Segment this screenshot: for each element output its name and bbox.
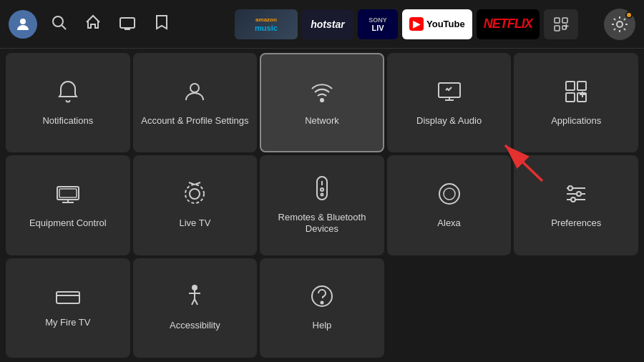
applications-label: Applications — [551, 115, 601, 127]
grid-item-alexa[interactable]: Alexa — [387, 155, 512, 255]
svg-rect-7 — [562, 18, 567, 23]
notifications-label: Notifications — [42, 115, 93, 127]
svg-point-37 — [444, 188, 455, 200]
grid-item-network[interactable]: Network — [260, 53, 384, 152]
grid-item-equipment[interactable]: Equipment Control — [6, 155, 130, 255]
svg-rect-6 — [555, 18, 560, 23]
app-netflix[interactable]: NETFLIX — [477, 9, 540, 39]
app-amazon-music[interactable]: amazon music — [235, 9, 298, 39]
search-icon[interactable] — [46, 9, 72, 39]
grid-item-myfiretv[interactable]: My Fire TV — [6, 258, 130, 358]
svg-point-35 — [321, 193, 323, 195]
svg-line-30 — [189, 182, 195, 185]
svg-point-28 — [190, 189, 200, 199]
alexa-label: Alexa — [437, 217, 461, 230]
svg-point-1 — [53, 16, 63, 26]
svg-rect-20 — [566, 93, 575, 102]
sony-label: SONY — [369, 16, 387, 24]
hotstar-label: hotstar — [311, 19, 344, 30]
remotes-label: Remotes & Bluetooth Devices — [267, 212, 377, 236]
account-label: Account & Profile Settings — [141, 115, 248, 127]
app-hotstar[interactable]: hotstar — [302, 9, 353, 39]
grid-item-accessibility[interactable]: Accessibility — [133, 258, 258, 358]
myfiretv-label: My Fire TV — [45, 317, 90, 329]
account-icon — [182, 79, 208, 108]
svg-point-0 — [20, 19, 26, 24]
youtube-label: YouTube — [426, 19, 465, 29]
app-more[interactable] — [544, 9, 578, 39]
svg-rect-8 — [555, 26, 560, 31]
amazon-label: amazon — [255, 16, 277, 23]
youtube-play-icon: ▶ — [409, 17, 424, 31]
settings-area — [604, 9, 635, 40]
svg-point-36 — [439, 184, 459, 204]
avatar[interactable] — [9, 10, 37, 39]
bookmark-icon[interactable] — [149, 9, 175, 39]
help-label: Help — [313, 320, 332, 332]
accessibility-icon — [182, 283, 208, 313]
wifi-icon — [309, 79, 335, 108]
equipment-icon — [55, 181, 81, 210]
svg-rect-18 — [566, 82, 575, 90]
network-label: Network — [305, 115, 339, 127]
app-row: amazon music hotstar SONY LIV ▶ YouTube … — [235, 9, 601, 39]
grid-item-preferences[interactable]: Preferences — [514, 155, 638, 255]
home-icon[interactable] — [80, 9, 106, 39]
svg-point-12 — [617, 21, 623, 27]
svg-point-46 — [192, 285, 197, 290]
applications-icon — [563, 79, 589, 108]
nav-left — [9, 9, 175, 39]
app-sonyliv[interactable]: SONY LIV — [358, 9, 398, 39]
grid-item-remotes[interactable]: Remotes & Bluetooth Devices — [260, 155, 384, 255]
svg-point-13 — [190, 84, 199, 92]
main-content: Notifications Account & Profile Settings — [0, 49, 644, 362]
grid-item-account[interactable]: Account & Profile Settings — [133, 53, 258, 152]
svg-point-49 — [321, 302, 323, 304]
alexa-icon — [436, 181, 462, 210]
svg-line-31 — [195, 182, 200, 185]
settings-button[interactable] — [604, 9, 635, 40]
preferences-icon — [563, 181, 589, 210]
svg-rect-25 — [59, 189, 77, 197]
svg-rect-3 — [120, 18, 135, 28]
netflix-label: NETFLIX — [484, 16, 532, 31]
svg-point-34 — [321, 188, 323, 191]
app-youtube[interactable]: ▶ YouTube — [402, 9, 472, 39]
grid-item-display[interactable]: Display & Audio — [387, 53, 512, 152]
settings-notification-dot — [625, 11, 633, 19]
equipment-label: Equipment Control — [29, 217, 107, 230]
svg-point-42 — [577, 192, 581, 196]
svg-rect-44 — [57, 292, 79, 303]
display-icon — [436, 79, 462, 108]
preferences-label: Preferences — [551, 217, 601, 230]
music-label: music — [255, 24, 278, 32]
help-icon — [309, 283, 335, 313]
bell-icon — [55, 79, 81, 108]
svg-point-29 — [185, 185, 204, 203]
svg-point-41 — [568, 186, 572, 190]
livetv-label: Live TV — [179, 217, 210, 230]
grid-item-livetv[interactable]: Live TV — [133, 155, 258, 255]
svg-rect-19 — [577, 82, 586, 90]
grid-item-applications[interactable]: Applications — [514, 53, 638, 152]
firetv-icon — [55, 287, 81, 310]
svg-point-14 — [321, 99, 323, 102]
grid-item-help[interactable]: Help — [260, 258, 384, 358]
grid-item-notifications[interactable]: Notifications — [6, 53, 130, 152]
liv-label: LIV — [371, 24, 384, 32]
settings-grid: Notifications Account & Profile Settings — [0, 49, 644, 362]
accessibility-label: Accessibility — [170, 320, 220, 332]
top-bar: amazon music hotstar SONY LIV ▶ YouTube … — [0, 0, 644, 49]
tv-icon[interactable] — [114, 9, 140, 39]
svg-line-2 — [62, 25, 67, 29]
svg-point-43 — [571, 197, 575, 202]
remote-icon — [313, 175, 331, 205]
display-label: Display & Audio — [416, 115, 482, 127]
antenna-icon — [182, 181, 208, 210]
